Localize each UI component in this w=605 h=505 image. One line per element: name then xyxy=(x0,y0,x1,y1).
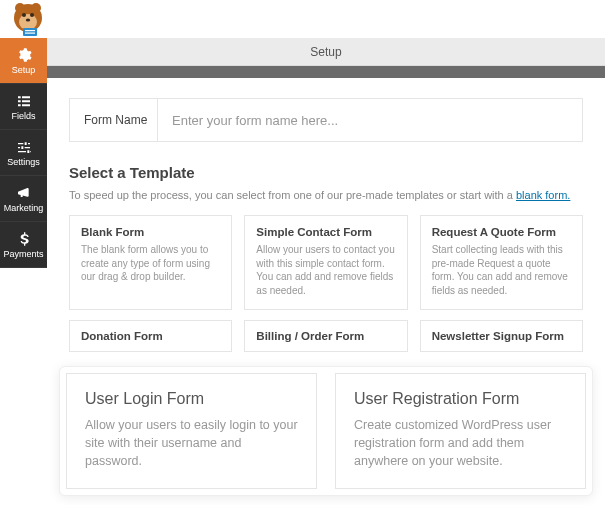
template-title: Donation Form xyxy=(81,330,220,342)
template-donation-form[interactable]: Donation Form xyxy=(69,320,232,352)
svg-point-3 xyxy=(19,14,37,30)
sidebar-item-label: Setup xyxy=(12,65,36,75)
template-title: Simple Contact Form xyxy=(256,226,395,238)
svg-rect-8 xyxy=(25,30,35,31)
template-desc: Start collecting leads with this pre-mad… xyxy=(432,243,571,297)
template-request-quote-form[interactable]: Request A Quote Form Start collecting le… xyxy=(420,215,583,310)
svg-rect-9 xyxy=(25,33,35,34)
template-desc: Allow your users to contact you with thi… xyxy=(256,243,395,297)
form-name-input[interactable] xyxy=(158,99,582,141)
svg-point-4 xyxy=(22,13,26,17)
template-user-registration-form[interactable]: User Registration Form Create customized… xyxy=(335,373,586,489)
template-user-login-form[interactable]: User Login Form Allow your users to easi… xyxy=(66,373,317,489)
select-template-heading: Select a Template xyxy=(69,164,583,181)
template-newsletter-signup-form[interactable]: Newsletter Signup Form xyxy=(420,320,583,352)
template-title: User Login Form xyxy=(85,390,298,408)
sidebar-item-fields[interactable]: Fields xyxy=(0,84,47,130)
template-desc: Allow your users to easily login to your… xyxy=(85,416,298,470)
template-title: Newsletter Signup Form xyxy=(432,330,571,342)
sliders-icon xyxy=(16,139,32,155)
sidebar-item-settings[interactable]: Settings xyxy=(0,130,47,176)
blank-form-link[interactable]: blank form. xyxy=(516,189,570,201)
sidebar-item-label: Fields xyxy=(11,111,35,121)
bullhorn-icon xyxy=(16,185,32,201)
sidebar-item-label: Payments xyxy=(3,249,43,259)
sidebar: Setup Fields Settings Marketing Payments xyxy=(0,38,47,268)
form-name-row: Form Name xyxy=(69,98,583,142)
svg-point-6 xyxy=(26,18,30,21)
graybar xyxy=(47,66,605,78)
gear-icon xyxy=(16,47,32,63)
svg-point-1 xyxy=(15,3,25,13)
template-simple-contact-form[interactable]: Simple Contact Form Allow your users to … xyxy=(244,215,407,310)
svg-rect-7 xyxy=(23,28,37,36)
sidebar-item-payments[interactable]: Payments xyxy=(0,222,47,268)
template-desc: The blank form allows you to create any … xyxy=(81,243,220,284)
template-row-1: Blank Form The blank form allows you to … xyxy=(69,215,583,310)
template-billing-order-form[interactable]: Billing / Order Form xyxy=(244,320,407,352)
topbar-title: Setup xyxy=(310,45,341,59)
svg-point-2 xyxy=(31,3,41,13)
topbar: Setup xyxy=(47,38,605,66)
main: Form Name Select a Template To speed up … xyxy=(47,78,605,496)
template-row-2: Donation Form Billing / Order Form Newsl… xyxy=(69,320,583,352)
select-template-sub-text: To speed up the process, you can select … xyxy=(69,189,516,201)
template-title: Request A Quote Form xyxy=(432,226,571,238)
svg-point-5 xyxy=(30,13,34,17)
template-row-highlighted: User Login Form Allow your users to easi… xyxy=(59,366,593,496)
sidebar-item-setup[interactable]: Setup xyxy=(0,38,47,84)
sidebar-item-marketing[interactable]: Marketing xyxy=(0,176,47,222)
select-template-sub: To speed up the process, you can select … xyxy=(69,189,583,201)
template-title: User Registration Form xyxy=(354,390,567,408)
list-icon xyxy=(16,93,32,109)
mascot-logo xyxy=(8,0,48,38)
template-title: Blank Form xyxy=(81,226,220,238)
form-name-label: Form Name xyxy=(70,99,158,141)
sidebar-item-label: Settings xyxy=(7,157,40,167)
template-desc: Create customized WordPress user registr… xyxy=(354,416,567,470)
template-title: Billing / Order Form xyxy=(256,330,395,342)
template-blank-form[interactable]: Blank Form The blank form allows you to … xyxy=(69,215,232,310)
dollar-icon xyxy=(16,231,32,247)
sidebar-item-label: Marketing xyxy=(4,203,44,213)
